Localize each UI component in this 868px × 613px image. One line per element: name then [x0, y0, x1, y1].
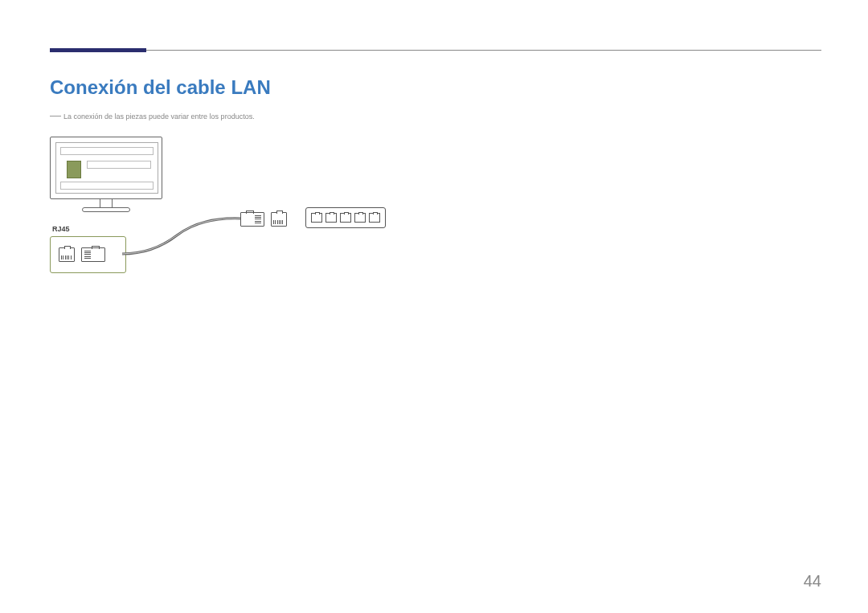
monitor-illustration	[50, 137, 162, 213]
note-container: La conexión de las piezas puede variar e…	[50, 112, 255, 121]
router-port-icon	[326, 213, 337, 223]
ethernet-port-icon	[59, 247, 75, 262]
cable-end-connectors	[240, 212, 287, 227]
monitor-screen	[50, 137, 162, 199]
router-port-icon	[354, 213, 366, 223]
header-divider	[50, 50, 821, 51]
rj45-label: RJ45	[52, 225, 70, 233]
ethernet-plug-icon	[240, 212, 264, 227]
ethernet-port-icon	[271, 212, 287, 227]
monitor-detail	[87, 161, 151, 169]
page-container: Conexión del cable LAN La conexión de la…	[0, 0, 868, 613]
monitor-port-highlight	[67, 161, 81, 178]
page-title: Conexión del cable LAN	[50, 76, 271, 99]
router-port-icon	[311, 213, 322, 223]
monitor-stand-base	[82, 207, 130, 212]
page-number: 44	[804, 572, 821, 591]
ethernet-plug-icon	[81, 247, 105, 262]
router-port-icon	[369, 213, 380, 223]
connection-diagram: RJ45	[50, 137, 411, 297]
router-port-icon	[340, 213, 351, 223]
monitor-stand-neck	[100, 199, 113, 207]
monitor-detail	[60, 147, 154, 155]
monitor-detail	[60, 182, 154, 190]
router-illustration	[305, 207, 386, 228]
note-dash-icon	[50, 116, 61, 116]
header-accent-bar	[50, 48, 146, 52]
monitor-inner	[55, 142, 158, 194]
note-text: La conexión de las piezas puede variar e…	[63, 112, 255, 121]
